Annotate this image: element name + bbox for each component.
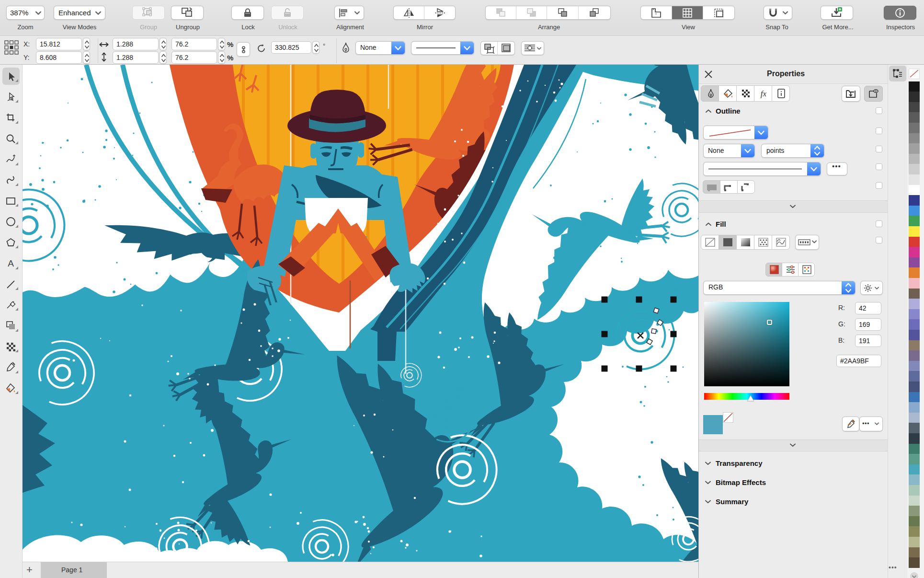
svg-text:fx: fx [761,89,767,98]
svg-text:A: A [8,258,14,268]
